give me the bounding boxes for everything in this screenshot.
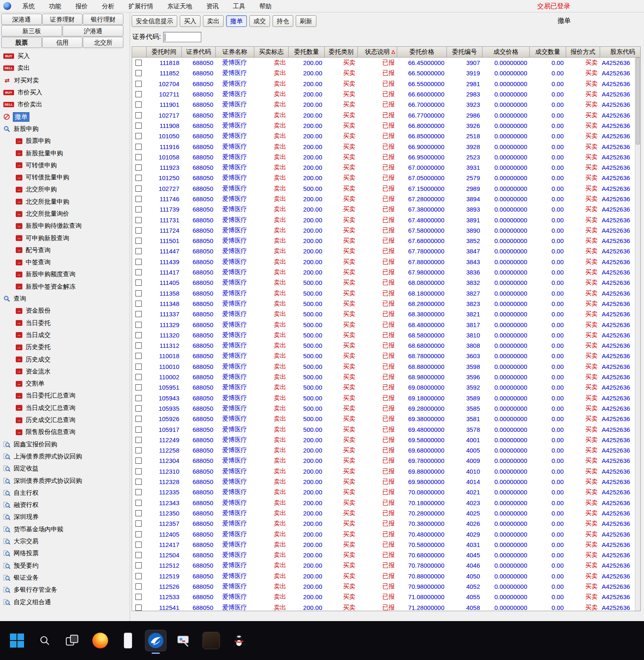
sidebar-item[interactable]: →新股批量申购 — [0, 147, 130, 159]
table-row[interactable]: 111447688050爱博医疗卖出200.00买卖已报67.780000003… — [132, 246, 640, 256]
table-row[interactable]: 112328688050爱博医疗卖出200.00买卖已报69.980000004… — [132, 477, 640, 487]
sidebar-item[interactable]: 网络投票 — [0, 547, 130, 559]
column-header[interactable]: 证券代码 — [181, 47, 215, 57]
column-header[interactable]: 委托编号 — [446, 47, 482, 57]
screen-recorder-icon[interactable] — [173, 630, 194, 651]
sidebar-item[interactable]: 新股申购 — [0, 123, 130, 135]
sidebar-item[interactable]: 自定义组合通 — [0, 596, 130, 608]
sidebar-item[interactable]: 银证业务 — [0, 572, 130, 584]
sidebar-item[interactable]: 固鑫宝报价回购 — [0, 438, 130, 450]
table-row[interactable]: 111337688050爱博医疗卖出500.00买卖已报68.380000003… — [132, 309, 640, 319]
table-row[interactable]: 101250688050爱博医疗卖出200.00买卖已报67.050000002… — [132, 173, 640, 183]
column-header[interactable]: 委托价格 — [397, 47, 446, 57]
toolbar-button[interactable]: 撤单 — [226, 15, 247, 27]
sidebar-tab[interactable]: 深港通 — [1, 14, 42, 25]
table-row[interactable]: 111405688050爱博医疗卖出500.00买卖已报68.080000003… — [132, 277, 640, 288]
row-checkbox[interactable] — [135, 133, 142, 139]
sidebar-item[interactable]: →限售股份信息查询 — [0, 426, 130, 438]
column-header[interactable]: 股东代码 — [600, 47, 641, 57]
sidebar-item[interactable]: 固定收益 — [0, 462, 130, 475]
row-checkbox[interactable] — [135, 468, 142, 475]
table-scrollbar[interactable] — [635, 58, 640, 611]
row-checkbox[interactable] — [135, 437, 142, 443]
row-checkbox[interactable] — [135, 479, 142, 485]
sidebar-item[interactable]: →历史委托 — [0, 341, 130, 353]
sidebar-item[interactable]: 深圳债券质押式协议回购 — [0, 475, 130, 487]
toolbar-button[interactable]: 持仓 — [273, 15, 293, 27]
table-row[interactable]: 111923688050爱博医疗卖出200.00买卖已报67.000000003… — [132, 162, 640, 173]
row-checkbox[interactable] — [135, 332, 142, 338]
table-row[interactable]: 102727688050爱博医疗卖出500.00买卖已报67.150000002… — [132, 183, 640, 194]
table-row[interactable]: 101058688050爱博医疗卖出200.00买卖已报66.950000002… — [132, 152, 640, 162]
table-row[interactable]: 111320688050爱博医疗卖出500.00买卖已报68.580000003… — [132, 330, 640, 340]
row-checkbox[interactable] — [135, 405, 142, 412]
table-row[interactable]: 102717688050爱博医疗卖出200.00买卖已报66.770000002… — [132, 110, 640, 120]
sidebar-item[interactable]: 多银行存管业务 — [0, 584, 130, 596]
row-checkbox[interactable] — [135, 573, 142, 579]
row-checkbox[interactable] — [135, 175, 142, 181]
sidebar-item[interactable]: →新股申购额度查询 — [0, 268, 130, 280]
row-checkbox[interactable] — [135, 164, 142, 171]
table-row[interactable]: 112258688050爱博医疗卖出200.00买卖已报69.680000004… — [132, 445, 640, 455]
table-row[interactable]: 112526688050爱博医疗卖出200.00买卖已报70.980000004… — [132, 581, 640, 592]
row-checkbox[interactable] — [135, 279, 142, 286]
table-row[interactable]: 112335688050爱博医疗卖出200.00买卖已报70.080000004… — [132, 487, 640, 497]
row-checkbox[interactable] — [135, 552, 142, 558]
sidebar-tab[interactable]: 新三板 — [1, 25, 62, 36]
table-row[interactable]: 111329688050爱博医疗卖出500.00买卖已报68.480000003… — [132, 319, 640, 330]
sidebar-item[interactable]: SELL市价卖出 — [0, 99, 130, 111]
row-checkbox[interactable] — [135, 500, 142, 506]
sidebar-item[interactable]: →可申购新股查询 — [0, 232, 130, 244]
toolbar-button[interactable]: 成交 — [249, 15, 270, 27]
sidebar-item[interactable]: →当日成交汇总查询 — [0, 402, 130, 414]
toolbar-button[interactable]: 卖出 — [203, 15, 224, 27]
menu-item[interactable]: 扩展行情 — [121, 0, 160, 12]
column-header[interactable]: 证券名称 — [215, 47, 254, 57]
sidebar-item[interactable]: →当日成交 — [0, 329, 130, 341]
row-checkbox[interactable] — [135, 395, 142, 401]
row-checkbox[interactable] — [135, 227, 142, 234]
table-row[interactable]: 112249688050爱博医疗卖出200.00买卖已报69.580000004… — [132, 435, 640, 445]
sidebar-item[interactable]: →当日委托 — [0, 317, 130, 329]
sidebar-item[interactable]: →交割单 — [0, 378, 130, 390]
table-row[interactable]: 111501688050爱博医疗卖出200.00买卖已报67.680000003… — [132, 236, 640, 246]
menu-item[interactable]: 工具 — [226, 0, 252, 12]
row-checkbox[interactable] — [135, 353, 142, 359]
row-checkbox[interactable] — [135, 81, 142, 87]
toolbar-button[interactable]: 买入 — [180, 15, 200, 27]
row-checkbox[interactable] — [135, 290, 142, 296]
table-row[interactable]: 112504688050爱博医疗卖出200.00买卖已报70.680000004… — [132, 550, 640, 560]
table-row[interactable]: 111731688050爱博医疗卖出200.00买卖已报67.480000003… — [132, 214, 640, 225]
table-row[interactable]: 112519688050爱博医疗卖出200.00买卖已报70.880000004… — [132, 571, 640, 581]
sidebar-item[interactable]: 撤单 — [0, 111, 130, 123]
table-row[interactable]: 111908688050爱博医疗卖出200.00买卖已报66.800000003… — [132, 120, 640, 131]
sidebar-item[interactable]: →股票申购 — [0, 135, 130, 147]
security-code-input[interactable] — [163, 32, 201, 42]
firefox-icon[interactable] — [90, 630, 111, 651]
table-row[interactable]: 105951688050爱博医疗卖出500.00买卖已报69.080000003… — [132, 382, 640, 393]
sidebar-item[interactable]: 深圳现券 — [0, 511, 130, 523]
table-row[interactable]: 101050688050爱博医疗卖出200.00买卖已报66.850000002… — [132, 131, 640, 141]
sidebar-item[interactable]: →历史成交汇总查询 — [0, 414, 130, 426]
table-row[interactable]: 111348688050爱博医疗卖出500.00买卖已报68.280000003… — [132, 299, 640, 309]
sidebar-item[interactable]: →北交所申购 — [0, 183, 130, 195]
table-row[interactable]: 110002688050爱博医疗卖出500.00买卖已报68.980000003… — [132, 372, 640, 382]
row-checkbox[interactable] — [135, 311, 142, 317]
row-checkbox[interactable] — [135, 374, 142, 380]
row-checkbox[interactable] — [135, 259, 142, 265]
search-button[interactable] — [34, 630, 55, 651]
row-checkbox[interactable] — [135, 416, 142, 422]
table-row[interactable]: 112343688050爱博医疗卖出200.00买卖已报70.180000004… — [132, 497, 640, 508]
row-checkbox[interactable] — [135, 91, 142, 97]
sidebar-item[interactable]: →北交所批量申购 — [0, 196, 130, 208]
table-row[interactable]: 111358688050爱博医疗卖出500.00买卖已报68.180000003… — [132, 288, 640, 299]
sidebar-tab[interactable]: 股票 — [1, 37, 42, 48]
column-header[interactable]: 委托时间 — [146, 47, 181, 57]
table-row[interactable]: 111724688050爱博医疗卖出200.00买卖已报67.580000003… — [132, 225, 640, 236]
column-header[interactable]: 买卖标志 — [254, 47, 288, 57]
qq-icon[interactable] — [229, 630, 249, 651]
table-row[interactable]: 111312688050爱博医疗卖出500.00买卖已报68.680000003… — [132, 340, 640, 351]
table-row[interactable]: 111417688050爱博医疗卖出200.00买卖已报67.980000003… — [132, 267, 640, 277]
sidebar-item[interactable]: →配号查询 — [0, 244, 130, 256]
column-header[interactable]: 成交数量 — [529, 47, 566, 57]
